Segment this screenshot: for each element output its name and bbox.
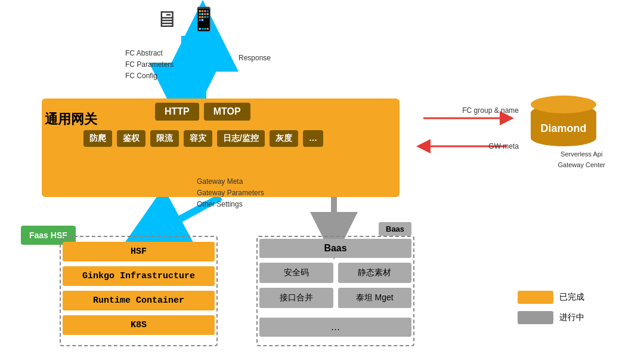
baas-jiekou: 接口合并 [259, 288, 333, 308]
legend-done-label: 已完成 [559, 292, 584, 303]
feature-more: … [303, 130, 323, 147]
http-button: HTTP [155, 103, 199, 121]
feature-huidu: 灰度 [270, 130, 298, 147]
legend-done-item: 已完成 [518, 291, 584, 304]
fc-parameters-label: FC Parameters [125, 59, 174, 70]
gateway-meta-label: Gateway Meta [197, 176, 264, 187]
feature-xianling: 限流 [150, 130, 179, 147]
fc-config-label: FC Config [125, 70, 174, 82]
baas-header-label: Baas [379, 222, 411, 236]
fc-group-label: FC group & name [462, 106, 519, 115]
devices-section: 🖥 📱 [155, 6, 218, 32]
fc-abstract-label: FC Abstract [125, 48, 174, 59]
feature-rongjie: 容灾 [184, 130, 212, 147]
diamond-sub-labels: Serverless Api Gateway Center [558, 149, 605, 170]
baas-taitan: 泰坦 Mget [338, 288, 412, 308]
response-label: Response [239, 54, 271, 62]
legend: 已完成 进行中 [518, 291, 584, 324]
diamond-db: Diamond [531, 104, 596, 146]
legend-progress-label: 进行中 [559, 312, 584, 323]
gateway-meta-section: Gateway Meta Gateway Parameters Other Se… [197, 176, 264, 211]
legend-done-color [518, 291, 553, 304]
legend-progress-color [518, 311, 553, 324]
feature-rizhi: 日志/监控 [217, 130, 265, 147]
gw-meta-label: GW meta [488, 142, 519, 150]
baas-box-content: Baas 安全码 静态素材 接口合并 泰坦 Mget … [259, 239, 411, 337]
baas-grid: 安全码 静态素材 接口合并 泰坦 Mget … [259, 263, 411, 337]
legend-progress-item: 进行中 [518, 311, 584, 324]
serverless-api-label: Serverless Api [558, 149, 605, 160]
architecture-diagram: 🖥 📱 FC Abstract FC Parameters FC Config … [0, 0, 644, 360]
left-box-items: HSF Ginkgo Infrastructure Runtime Contai… [63, 242, 215, 335]
diamond-container: Diamond [531, 104, 596, 146]
feature-fangpa: 防爬 [83, 130, 112, 147]
diamond-label: Diamond [540, 122, 586, 135]
tablet-icon: 📱 [190, 6, 218, 32]
feature-jiaquan: 鉴权 [117, 130, 145, 147]
http-mtop-section: HTTP MTOP [155, 103, 250, 121]
baas-title: Baas [259, 239, 411, 258]
runtime-item: Runtime Container [63, 291, 215, 310]
mtop-button: MTOP [204, 103, 250, 121]
gateway-center-label: Gateway Center [558, 160, 605, 171]
baas-jingtai: 静态素材 [338, 263, 412, 283]
features-row: 防爬 鉴权 限流 容灾 日志/监控 灰度 … [83, 130, 323, 147]
gateway-parameters-label: Gateway Parameters [197, 187, 264, 199]
fc-labels: FC Abstract FC Parameters FC Config [125, 48, 174, 82]
ginkgo-item: Ginkgo Infrastructure [63, 266, 215, 286]
baas-more: … [259, 318, 411, 337]
k8s-item: K8S [63, 315, 215, 335]
gateway-title: 通用网关 [45, 110, 97, 128]
baas-anquanma: 安全码 [259, 263, 333, 283]
hsf-item: HSF [63, 242, 215, 261]
monitor-icon: 🖥 [155, 7, 178, 32]
other-settings-label: Other Settings [197, 199, 264, 210]
